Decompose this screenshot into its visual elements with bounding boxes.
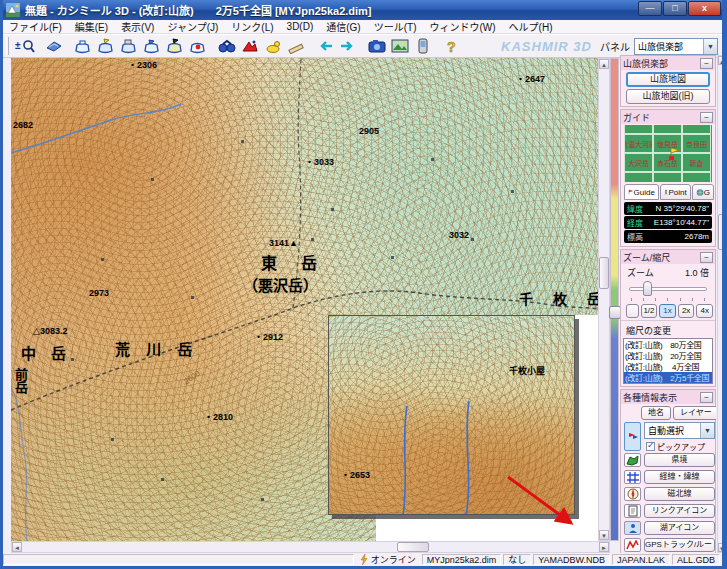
map-pot-red-icon[interactable] [187, 37, 208, 56]
chevron-down-icon[interactable]: ▼ [700, 423, 714, 438]
magnetic-north-button[interactable]: 磁北線 [644, 487, 715, 501]
binoculars-icon[interactable] [216, 37, 237, 56]
scroll-left-icon[interactable]: ◄ [12, 542, 22, 552]
guide-cell[interactable] [624, 172, 653, 182]
scale-option[interactable]: (改訂:山旅) 4万全国 [624, 361, 712, 372]
camera-icon[interactable] [366, 37, 387, 56]
panel-select[interactable]: 山旅倶楽部 ▼ [634, 38, 718, 55]
zoom-tool-icon[interactable]: ± [14, 37, 35, 56]
map-vscrollbar[interactable]: ▲ ▼ [598, 58, 610, 541]
link-icon[interactable] [624, 504, 641, 518]
menu-tool[interactable]: ツール(T) [374, 19, 417, 34]
menu-3d[interactable]: 3D(D) [287, 21, 314, 32]
menu-file[interactable]: ファイル(F) [9, 19, 62, 34]
zoom-2x-button[interactable]: 2x [678, 304, 695, 318]
menu-help[interactable]: ヘルプ(H) [509, 19, 553, 34]
yamatabi-map-button[interactable]: 山旅地図 [626, 72, 710, 87]
scroll-up-icon[interactable]: ▲ [599, 59, 609, 69]
panel-scroll-thumb[interactable] [718, 214, 725, 250]
map-canvas[interactable]: 千枚小屋 ・2653 2682 ・2306 ・2647 2905 ・3033 3… [11, 58, 598, 541]
lake-icon[interactable] [624, 521, 641, 535]
menu-window[interactable]: ウィンドウ(W) [429, 19, 495, 34]
tab-guide[interactable]: Guide [624, 184, 659, 200]
toolbar-grip[interactable] [6, 37, 9, 55]
pickup-checkbox[interactable]: ピックアップ [646, 441, 705, 452]
pickup-mode-button[interactable] [624, 422, 641, 451]
guide-map-grid[interactable]: 信濃大河原 塩見岳 奈良田 大沢岳 赤石岳 新倉 [624, 125, 712, 182]
title-bar[interactable]: 無題 - カシミール 3D - (改訂:山旅) 2万5千全国 [MYJpn25k… [0, 0, 727, 20]
placename-select[interactable]: 自動選択 ▼ [644, 422, 715, 439]
scroll-down-icon[interactable]: ▼ [718, 543, 725, 552]
scale-option[interactable]: (改訂:山旅) 80万全国 [624, 339, 712, 350]
zoom-4x-button[interactable]: 4x [696, 304, 713, 318]
menu-jump[interactable]: ジャンプ(J) [167, 19, 218, 34]
map-pot-yellow-icon[interactable] [95, 37, 116, 56]
scale-option-selected[interactable]: (改訂:山旅) 2万5千全国 [624, 372, 712, 383]
jump-forward-icon[interactable] [337, 37, 358, 56]
guide-cell[interactable]: 信濃大河原 [624, 134, 653, 153]
collapse-icon[interactable]: − [700, 252, 713, 263]
close-button[interactable]: x [688, 1, 721, 16]
zoom-slider-track[interactable] [629, 287, 707, 291]
collapse-icon[interactable]: − [700, 112, 713, 123]
yamatabi-map-old-button[interactable]: 山旅地図(旧) [626, 89, 710, 104]
elevation-scale-strip[interactable] [610, 58, 619, 541]
duck-marker-icon[interactable] [262, 37, 283, 56]
map-stamp-icon[interactable] [43, 37, 64, 56]
scroll-up-icon[interactable]: ▲ [718, 56, 725, 65]
zoom-slider-thumb[interactable] [643, 281, 652, 296]
panel-scrollbar[interactable]: ▲ ▼ [717, 55, 726, 553]
guide-cell[interactable]: 新倉 [682, 153, 711, 172]
scroll-right-icon[interactable]: ► [599, 542, 609, 552]
scroll-down-icon[interactable]: ▼ [599, 530, 609, 540]
map-pot-blue-icon[interactable] [141, 37, 162, 56]
map-pot-white-icon[interactable] [72, 37, 93, 56]
guide-cell[interactable] [682, 125, 711, 134]
prefecture-border-icon[interactable] [624, 453, 641, 467]
chevron-down-icon[interactable]: ▼ [703, 39, 717, 54]
tab-gps[interactable]: G [692, 184, 714, 200]
magnetic-north-icon[interactable] [624, 487, 641, 501]
guide-cell[interactable]: 奈良田 [682, 134, 711, 153]
prefecture-border-button[interactable]: 県境 [644, 453, 715, 467]
ruler-pen-icon[interactable] [285, 37, 306, 56]
menu-edit[interactable]: 編集(E) [75, 19, 108, 34]
zoom-1x-button[interactable]: 1x [659, 304, 676, 318]
layer-button[interactable]: レイヤー [673, 406, 716, 420]
gps-device-icon[interactable] [412, 37, 433, 56]
gps-track-icon[interactable] [624, 538, 641, 552]
menu-comm[interactable]: 通信(G) [326, 19, 360, 34]
scale-option[interactable]: (改訂:山旅) 20万全国 [624, 350, 712, 361]
map-pot-black-icon[interactable] [164, 37, 185, 56]
map-vscroll-thumb[interactable] [599, 257, 609, 289]
guide-cell[interactable]: 大沢岳 [624, 153, 653, 172]
map-hscroll-thumb[interactable] [397, 542, 429, 552]
collapse-icon[interactable]: − [700, 392, 713, 403]
photo-view-icon[interactable] [389, 37, 410, 56]
guide-cell[interactable] [682, 172, 711, 182]
map-hscrollbar[interactable]: ◄ ► [11, 541, 610, 553]
minimize-button[interactable]: — [638, 1, 662, 16]
guide-cell[interactable] [653, 172, 682, 182]
link-icon-button[interactable]: リンクアイコン [644, 504, 715, 518]
menu-link[interactable]: リンク(L) [231, 19, 273, 34]
zoom-slider[interactable] [629, 281, 707, 297]
gps-track-button[interactable]: GPSトラック/ルート [644, 538, 715, 552]
placename-button[interactable]: 地名 [641, 406, 671, 420]
jump-back-icon[interactable] [314, 37, 335, 56]
checkbox-check-icon[interactable] [646, 442, 655, 451]
collapse-icon[interactable]: − [700, 58, 713, 69]
zoom-factor-blank-button[interactable] [626, 304, 639, 318]
lake-icon-button[interactable]: 湖アイコン [644, 521, 715, 535]
graticule-icon[interactable] [624, 470, 641, 484]
menu-view[interactable]: 表示(V) [121, 19, 154, 34]
zoom-half-button[interactable]: 1/2 [641, 304, 658, 318]
kashbird-icon[interactable] [239, 37, 260, 56]
map-pot-gray-icon[interactable] [118, 37, 139, 56]
tab-point[interactable]: Point [660, 184, 691, 200]
maximize-button[interactable]: □ [663, 1, 687, 16]
guide-cell[interactable] [653, 125, 682, 134]
guide-cell[interactable] [624, 125, 653, 134]
help-icon[interactable]: ? [441, 37, 462, 56]
graticule-button[interactable]: 経線・緯線 [644, 470, 715, 484]
